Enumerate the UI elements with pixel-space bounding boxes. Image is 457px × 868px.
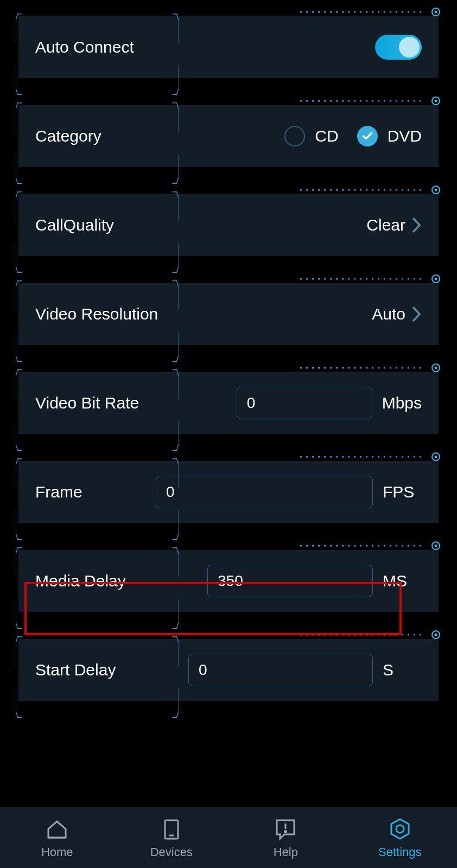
tab-home[interactable]: Home <box>0 807 115 868</box>
tab-settings[interactable]: Settings <box>343 807 458 868</box>
panel-top-decoration <box>300 7 441 17</box>
auto-connect-label: Auto Connect <box>35 38 134 56</box>
video-bit-rate-label: Video Bit Rate <box>35 394 139 412</box>
home-icon <box>44 816 70 842</box>
devices-icon <box>158 816 185 842</box>
media-delay-unit: MS <box>383 572 422 590</box>
tab-help-label: Help <box>274 845 298 859</box>
row-video-bit-rate: Video Bit Rate Mbps <box>18 372 439 434</box>
settings-icon <box>387 816 413 842</box>
help-icon <box>272 816 299 842</box>
call-quality-label: CallQuality <box>35 216 114 234</box>
row-media-delay: Media Delay MS <box>18 550 439 612</box>
media-delay-input[interactable] <box>207 565 373 597</box>
toggle-knob <box>399 37 420 58</box>
frame-input[interactable] <box>156 476 373 508</box>
start-delay-unit: S <box>383 661 422 679</box>
tab-help[interactable]: Help <box>228 807 343 868</box>
radio-dvd[interactable] <box>357 126 378 146</box>
panel-top-decoration <box>300 630 441 640</box>
video-bit-rate-input[interactable] <box>237 387 372 419</box>
frame-label: Frame <box>35 483 82 501</box>
row-frame: Frame FPS <box>18 461 439 523</box>
svg-point-3 <box>285 831 287 833</box>
svg-marker-4 <box>391 819 409 839</box>
panel-top-decoration <box>300 185 441 195</box>
tab-devices-label: Devices <box>150 845 193 859</box>
tab-bar: Home Devices Help Settings <box>0 807 457 868</box>
panel-top-decoration <box>300 96 441 106</box>
call-quality-value: Clear <box>366 216 405 234</box>
panel-top-decoration <box>300 452 441 462</box>
category-label: Category <box>35 127 101 145</box>
row-video-resolution[interactable]: Video Resolution Auto <box>18 283 439 345</box>
auto-connect-toggle[interactable] <box>375 35 422 60</box>
radio-cd-label: CD <box>315 127 338 145</box>
panel-top-decoration <box>300 541 441 551</box>
media-delay-label: Media Delay <box>35 572 126 590</box>
start-delay-input[interactable] <box>188 654 373 686</box>
tab-home-label: Home <box>41 845 73 859</box>
svg-point-5 <box>396 825 404 833</box>
frame-unit: FPS <box>383 483 422 501</box>
tab-settings-label: Settings <box>378 845 422 859</box>
video-resolution-value: Auto <box>372 305 405 323</box>
panel-top-decoration <box>300 274 441 284</box>
chevron-right-icon <box>411 216 422 234</box>
video-bit-rate-unit: Mbps <box>382 394 422 412</box>
chevron-right-icon <box>411 305 422 323</box>
video-resolution-label: Video Resolution <box>35 305 158 323</box>
radio-cd[interactable] <box>284 126 305 146</box>
row-auto-connect[interactable]: Auto Connect <box>18 16 439 78</box>
radio-dvd-label: DVD <box>388 127 422 145</box>
row-call-quality[interactable]: CallQuality Clear <box>18 194 439 256</box>
panel-top-decoration <box>300 363 441 373</box>
category-radio-group: CD DVD <box>284 126 422 146</box>
row-start-delay: Start Delay S <box>18 639 439 701</box>
row-category: Category CD DVD <box>18 105 439 167</box>
tab-devices[interactable]: Devices <box>115 807 229 868</box>
check-icon <box>361 130 373 142</box>
start-delay-label: Start Delay <box>35 661 116 679</box>
